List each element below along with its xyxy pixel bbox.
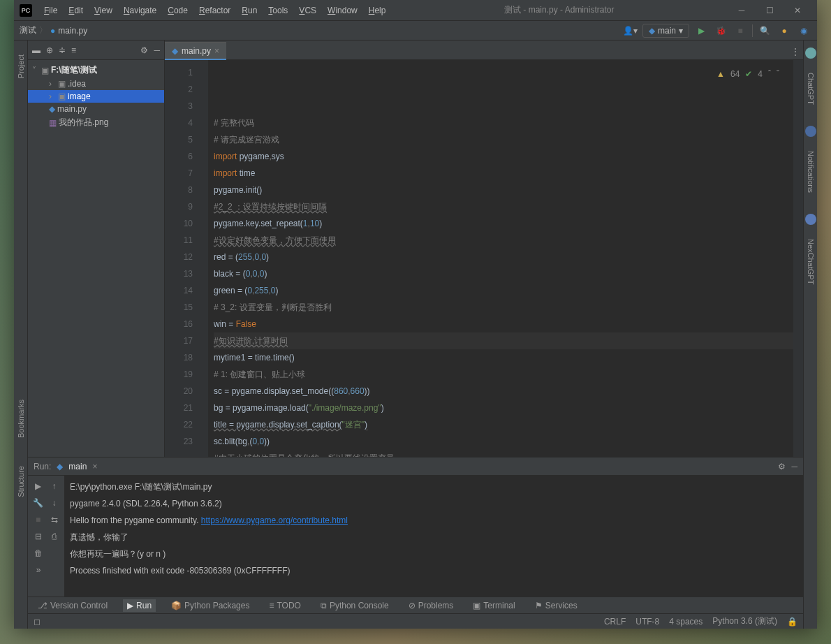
scroll-end-icon[interactable]: ⎙ xyxy=(47,529,61,544)
wrench-icon[interactable]: 🔧 xyxy=(31,495,45,511)
soft-wrap-icon[interactable]: ⇆ xyxy=(47,512,61,527)
tab-options-icon[interactable]: ⋮ xyxy=(788,44,803,59)
warning-count: 64 xyxy=(730,66,740,82)
fold-gutter[interactable] xyxy=(198,60,208,457)
status-project-icon[interactable]: ◻ xyxy=(34,617,41,627)
tree-item[interactable]: ›▣ image xyxy=(28,90,164,103)
bookmarks-tool-tab[interactable]: Bookmarks xyxy=(17,400,25,438)
structure-tool-tab[interactable]: Structure xyxy=(17,466,25,497)
code-editor[interactable]: ▲64 ✔4 ˆ ˇ # 完整代码# 请完成迷宫游戏import pygame,… xyxy=(208,60,793,457)
app-logo-icon: PC xyxy=(20,4,32,17)
tree-root[interactable]: ˅▣ F:\随笔\测试 xyxy=(28,63,164,78)
editor-tabs: ◆ main.py × ⋮ xyxy=(165,41,803,60)
hide-run-icon[interactable]: ─ xyxy=(791,462,797,471)
bottom-tab-run[interactable]: ▶Run xyxy=(123,599,156,612)
stop-run-button[interactable]: ■ xyxy=(31,512,45,527)
tree-item[interactable]: ›▣ .idea xyxy=(28,78,164,90)
notifications-icon[interactable] xyxy=(805,126,816,137)
ide-update-icon[interactable]: ● xyxy=(777,23,792,38)
close-window-button[interactable]: ✕ xyxy=(784,2,811,19)
editor-scrollbar[interactable] xyxy=(793,60,803,457)
down-stack-button[interactable]: ↓ xyxy=(47,495,61,511)
more-icon[interactable]: » xyxy=(31,562,46,578)
notifications-tab[interactable]: Notifications xyxy=(807,151,815,193)
bottom-tab-terminal[interactable]: ▣Terminal xyxy=(469,599,519,612)
search-icon[interactable]: 🔍 xyxy=(757,23,772,38)
bottom-tab-todo[interactable]: ≡TODO xyxy=(265,599,304,612)
chatgpt-tab[interactable]: ChatGPT xyxy=(807,73,815,105)
project-toolwindow: ▬ ⊕ ≑ ≡ ⚙ ─ ˅▣ F:\随笔\测试›▣ .idea›▣ image◆… xyxy=(28,41,165,457)
python-file-icon: ◆ xyxy=(172,46,178,56)
breadcrumb-root[interactable]: 测试 xyxy=(20,24,36,36)
gear-icon[interactable]: ⚙ xyxy=(778,462,786,471)
menu-vcs[interactable]: VCS xyxy=(294,3,321,17)
project-tree: ˅▣ F:\随笔\测试›▣ .idea›▣ image◆ main.py▦ 我的… xyxy=(28,60,164,133)
run-config-selector[interactable]: ◆ main ▾ xyxy=(642,24,689,38)
select-target-icon[interactable]: ⊕ xyxy=(46,45,53,55)
bottom-tab-python-console[interactable]: ⧉Python Console xyxy=(316,599,393,612)
status-python[interactable]: Python 3.6 (测试) xyxy=(712,615,777,627)
status-encoding[interactable]: UTF-8 xyxy=(635,617,659,627)
project-tool-tab[interactable]: Project xyxy=(17,54,25,78)
menu-code[interactable]: Code xyxy=(163,3,193,17)
bottom-tab-version-control[interactable]: ⎇Version Control xyxy=(34,599,112,612)
editor-tab[interactable]: ◆ main.py × xyxy=(165,42,226,59)
plugin-icon[interactable]: ◉ xyxy=(796,23,811,38)
menu-run[interactable]: Run xyxy=(237,3,262,17)
hide-icon[interactable]: ─ xyxy=(154,45,160,55)
status-indent[interactable]: 4 spaces xyxy=(669,617,703,627)
close-run-tab-icon[interactable]: × xyxy=(92,462,97,471)
bottom-tab-services[interactable]: ⚑Services xyxy=(531,599,582,612)
down-icon[interactable]: ˇ xyxy=(777,66,779,82)
console-link[interactable]: https://www.pygame.org/contribute.html xyxy=(201,515,348,525)
tree-item[interactable]: ▦ 我的作品.png xyxy=(28,115,164,130)
lock-icon[interactable]: 🔒 xyxy=(787,617,797,627)
minimize-button[interactable]: ─ xyxy=(728,2,756,19)
nexchat-tab[interactable]: NexChatGPT xyxy=(807,239,815,284)
editor-area: ◆ main.py × ⋮ 12345678910111213141516171… xyxy=(165,41,803,457)
menu-tools[interactable]: Tools xyxy=(263,3,293,17)
console-output[interactable]: E:\py\python.exe F:\随笔\测试\main.pypygame … xyxy=(64,476,803,597)
expand-icon[interactable]: ≡ xyxy=(71,45,76,55)
status-eol[interactable]: CRLF xyxy=(604,617,626,627)
navigation-toolbar: 测试 〉 ● main.py 👤▾ ◆ main ▾ ▶ 🐞 ■ 🔍 ● ◉ xyxy=(14,21,817,41)
tree-item[interactable]: ◆ main.py xyxy=(28,103,164,115)
bottom-tab-python-packages[interactable]: 📦Python Packages xyxy=(167,599,253,612)
line-gutter[interactable]: 1234567891011121314151617181920212223 xyxy=(165,60,198,457)
run-side-toolbar: ▶↑ 🔧↓ ■⇆ ⊟⎙ 🗑 » xyxy=(28,476,64,597)
menu-help[interactable]: Help xyxy=(364,3,391,17)
ide-window: PC FileEditViewNavigateCodeRefactorRunTo… xyxy=(14,0,817,629)
left-tool-strip: Project Bookmarks Structure xyxy=(14,41,28,629)
collapse-icon[interactable]: ≑ xyxy=(59,45,66,55)
python-file-icon: ● xyxy=(50,26,55,36)
rerun-button[interactable]: ▶ xyxy=(31,478,45,494)
stop-button[interactable]: ■ xyxy=(733,23,748,38)
inspections-widget[interactable]: ▲64 ✔4 ˆ ˇ xyxy=(716,66,779,82)
close-tab-icon[interactable]: × xyxy=(214,46,219,56)
bottom-tab-problems[interactable]: ⊘Problems xyxy=(404,599,458,612)
menu-edit[interactable]: Edit xyxy=(64,3,88,17)
right-tool-strip: ChatGPT Notifications NexChatGPT xyxy=(803,41,817,629)
menu-view[interactable]: View xyxy=(89,3,117,17)
debug-button[interactable]: 🐞 xyxy=(713,23,728,38)
menu-refactor[interactable]: Refactor xyxy=(194,3,235,17)
user-icon[interactable]: 👤▾ xyxy=(623,23,638,38)
layout-icon[interactable]: ⊟ xyxy=(31,529,45,544)
run-config-name: main xyxy=(658,26,676,36)
breadcrumb-file[interactable]: main.py xyxy=(58,26,87,36)
delete-icon[interactable]: 🗑 xyxy=(31,546,46,561)
up-stack-button[interactable]: ↑ xyxy=(47,478,61,494)
up-icon[interactable]: ˆ xyxy=(768,66,771,82)
menu-navigate[interactable]: Navigate xyxy=(119,3,161,17)
run-config: main xyxy=(68,462,87,471)
menu-file[interactable]: File xyxy=(39,3,62,17)
maximize-button[interactable]: ☐ xyxy=(756,2,784,19)
chatgpt-icon[interactable] xyxy=(805,47,816,59)
nexchat-icon[interactable] xyxy=(805,214,816,225)
gear-icon[interactable]: ⚙ xyxy=(140,45,148,55)
title-bar: PC FileEditViewNavigateCodeRefactorRunTo… xyxy=(14,0,817,21)
menu-window[interactable]: Window xyxy=(323,3,362,17)
weak-warning-icon: ✔ xyxy=(745,66,752,82)
chevron-down-icon: ▾ xyxy=(679,26,683,36)
run-button[interactable]: ▶ xyxy=(693,23,709,38)
